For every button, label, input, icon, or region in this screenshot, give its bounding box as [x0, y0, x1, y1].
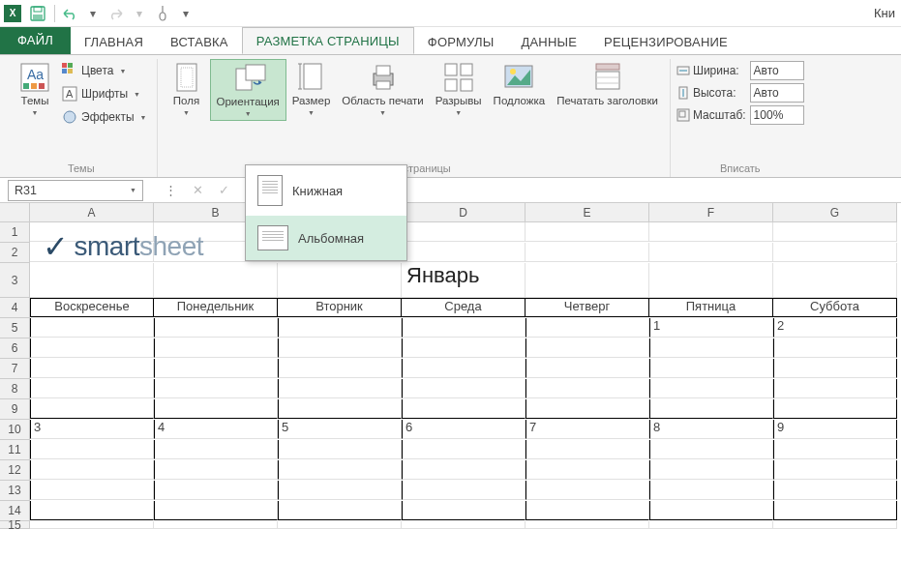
- cal-cell[interactable]: [402, 318, 526, 338]
- print-area-label: Область печати: [342, 95, 423, 107]
- fonts-button[interactable]: A Шрифты ▼: [58, 84, 151, 103]
- svg-text:A: A: [66, 88, 74, 100]
- cal-cell[interactable]: [278, 318, 402, 338]
- svg-rect-45: [679, 111, 685, 117]
- cal-header-cell[interactable]: Суббота: [773, 298, 897, 317]
- colors-button[interactable]: Цвета ▼: [58, 61, 151, 80]
- cal-cell[interactable]: [526, 318, 649, 338]
- spreadsheet-grid[interactable]: A B C D E F G 1 2 3 4 Воскресенье Понеде…: [0, 203, 901, 529]
- redo-icon[interactable]: [105, 3, 127, 24]
- row-header[interactable]: 4: [0, 298, 30, 318]
- tab-home[interactable]: ГЛАВНАЯ: [71, 29, 157, 54]
- themes-button[interactable]: Aa Темы ▼: [12, 59, 58, 119]
- fonts-label: Шрифты: [81, 87, 128, 101]
- row-header[interactable]: 6: [0, 338, 30, 359]
- cancel-formula-icon[interactable]: ✕: [189, 181, 207, 199]
- cal-header-cell[interactable]: Воскресенье: [30, 298, 154, 317]
- touch-mode-icon[interactable]: [152, 3, 173, 24]
- cal-header-cell[interactable]: Вторник: [278, 298, 402, 317]
- group-fit-label: Вписать: [676, 161, 804, 177]
- row-header[interactable]: 9: [0, 399, 30, 420]
- cal-header-cell[interactable]: Среда: [402, 298, 526, 317]
- ribbon: Aa Темы ▼ Цвета ▼ A Шрифты ▼ Эффекты ▼: [0, 54, 901, 178]
- margins-button[interactable]: Поля ▼: [164, 59, 210, 119]
- breaks-button[interactable]: Разрывы ▼: [430, 59, 488, 119]
- orientation-portrait-item[interactable]: Книжная: [246, 165, 406, 216]
- confirm-formula-icon[interactable]: ✓: [215, 181, 233, 199]
- background-button[interactable]: Подложка: [488, 59, 552, 110]
- cal-cell[interactable]: 9: [773, 420, 897, 439]
- width-input[interactable]: Авто: [750, 61, 804, 80]
- tab-page-layout[interactable]: РАЗМЕТКА СТРАНИЦЫ: [242, 27, 414, 54]
- row-header[interactable]: 13: [0, 481, 30, 501]
- cal-cell[interactable]: 3: [30, 420, 154, 439]
- height-input[interactable]: Авто: [750, 83, 804, 103]
- cal-cell[interactable]: 8: [649, 420, 773, 439]
- cal-cell[interactable]: 7: [526, 420, 649, 439]
- col-header-d[interactable]: D: [402, 203, 526, 222]
- cal-cell[interactable]: 6: [402, 420, 526, 439]
- svg-rect-8: [31, 83, 37, 89]
- cal-header-cell[interactable]: Четверг: [526, 298, 649, 317]
- print-titles-icon: [592, 62, 623, 93]
- cal-cell[interactable]: 4: [154, 420, 278, 439]
- portrait-label: Книжная: [292, 184, 343, 198]
- tab-review[interactable]: РЕЦЕНЗИРОВАНИЕ: [590, 29, 741, 54]
- svg-rect-30: [461, 64, 472, 75]
- cal-header-cell[interactable]: Пятница: [649, 298, 773, 317]
- row-header[interactable]: 7: [0, 359, 30, 379]
- cal-cell[interactable]: 2: [773, 318, 897, 338]
- row-header[interactable]: 5: [0, 318, 30, 338]
- tab-formulas[interactable]: ФОРМУЛЫ: [414, 29, 508, 54]
- cal-cell[interactable]: 1: [649, 318, 773, 338]
- row-header[interactable]: 12: [0, 460, 30, 481]
- svg-rect-20: [246, 65, 265, 80]
- row-header[interactable]: 2: [0, 243, 30, 263]
- effects-button[interactable]: Эффекты ▼: [58, 107, 151, 127]
- undo-icon[interactable]: [59, 3, 80, 24]
- orientation-label: Ориентация: [217, 96, 280, 108]
- col-header-f[interactable]: F: [649, 203, 773, 222]
- tab-data[interactable]: ДАННЫЕ: [507, 29, 590, 54]
- cell-reference: R31: [15, 184, 37, 197]
- undo-dropdown-icon[interactable]: ▾: [82, 3, 104, 24]
- row-header[interactable]: 3: [0, 263, 30, 298]
- height-icon: [676, 86, 690, 100]
- fonts-icon: A: [62, 86, 77, 102]
- formula-more-icon[interactable]: ⋮: [161, 181, 181, 199]
- name-box[interactable]: R31 ▼: [8, 180, 143, 201]
- themes-label: Темы: [21, 95, 49, 107]
- scale-input[interactable]: 100%: [750, 105, 804, 125]
- cal-cell[interactable]: [154, 318, 278, 338]
- print-titles-button[interactable]: Печатать заголовки: [551, 59, 664, 110]
- col-header-e[interactable]: E: [526, 203, 649, 222]
- quick-access-toolbar: X ▾ ▾ ▾ Кни: [0, 0, 901, 27]
- svg-rect-1: [34, 7, 42, 12]
- svg-rect-28: [376, 81, 390, 89]
- row-header[interactable]: 8: [0, 379, 30, 399]
- row-header[interactable]: 15: [0, 521, 30, 529]
- ribbon-tabs: ФАЙЛ ГЛАВНАЯ ВСТАВКА РАЗМЕТКА СТРАНИЦЫ Ф…: [0, 27, 901, 54]
- save-icon[interactable]: [27, 3, 48, 24]
- row-header[interactable]: 11: [0, 440, 30, 460]
- row-header[interactable]: 1: [0, 222, 30, 243]
- cal-cell[interactable]: 5: [278, 420, 402, 439]
- orientation-landscape-item[interactable]: Альбомная: [246, 216, 406, 260]
- col-header-a[interactable]: A: [30, 203, 154, 222]
- tab-insert[interactable]: ВСТАВКА: [157, 29, 242, 54]
- select-all-corner[interactable]: [0, 203, 30, 222]
- formula-bar: R31 ▼ ⋮ ✕ ✓ fx: [0, 178, 901, 203]
- qat-customize-icon[interactable]: ▾: [175, 3, 196, 24]
- cal-cell[interactable]: [30, 318, 154, 338]
- size-button[interactable]: Размер ▼: [286, 59, 337, 119]
- namebox-dropdown-icon[interactable]: ▼: [130, 187, 136, 193]
- redo-dropdown-icon[interactable]: ▾: [129, 3, 150, 24]
- col-header-g[interactable]: G: [773, 203, 897, 222]
- row-header[interactable]: 10: [0, 420, 30, 440]
- tab-file[interactable]: ФАЙЛ: [0, 26, 71, 54]
- print-area-button[interactable]: Область печати ▼: [336, 59, 429, 119]
- orientation-dropdown: Книжная Альбомная: [245, 164, 407, 261]
- orientation-button[interactable]: Ориентация ▼: [210, 59, 286, 121]
- svg-rect-11: [68, 63, 73, 68]
- cal-header-cell[interactable]: Понедельник: [154, 298, 278, 317]
